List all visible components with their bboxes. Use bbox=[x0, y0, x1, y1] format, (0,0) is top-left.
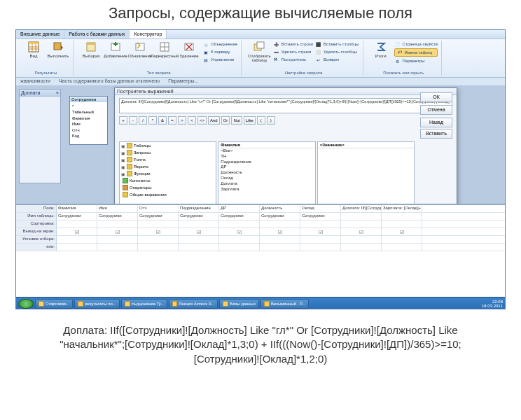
list-item[interactable]: Зарплата bbox=[218, 187, 314, 192]
grid-cell[interactable]: Фамилия bbox=[57, 205, 97, 212]
cancel-button[interactable]: Отмена bbox=[420, 105, 452, 115]
grid-cell[interactable]: Сотрудники bbox=[300, 213, 341, 220]
insert-cols-item[interactable]: ⬛Вставить столбцы bbox=[315, 41, 359, 48]
op-div[interactable]: / bbox=[139, 116, 147, 125]
op-and[interactable]: And bbox=[208, 116, 220, 125]
field-all[interactable]: * bbox=[72, 104, 105, 109]
windows-taskbar: Стартовая... результаты по... съдържание… bbox=[16, 297, 505, 309]
grid-cell[interactable]: ДР bbox=[219, 205, 260, 212]
op-not[interactable]: Not bbox=[231, 116, 242, 125]
grid-cell[interactable]: Сотрудники bbox=[219, 213, 260, 220]
field-tn[interactable]: Табельный bbox=[72, 109, 105, 115]
list-item[interactable]: ТН bbox=[218, 154, 314, 160]
values-list[interactable]: <Значение> bbox=[317, 141, 415, 206]
insert-button[interactable]: Вставить bbox=[420, 129, 452, 139]
undo-button[interactable]: Назад bbox=[420, 118, 452, 127]
field-patr[interactable]: Отч bbox=[72, 127, 105, 133]
update-query-button[interactable]: Обновление bbox=[129, 41, 151, 63]
taskbar-item[interactable]: Стартовая... bbox=[35, 299, 73, 309]
grid-cell[interactable]: Сотрудники bbox=[97, 213, 138, 220]
op-plus[interactable]: + bbox=[119, 116, 127, 125]
list-item[interactable]: Доплата bbox=[218, 181, 314, 187]
list-item[interactable]: Подразделение bbox=[218, 160, 314, 165]
grid-cell[interactable]: Доплата: IIf([Сотрудники]![Должность] bbox=[341, 205, 382, 212]
taskbar-item[interactable]: результаты по... bbox=[74, 299, 119, 309]
grid-cell[interactable]: Сотрудники bbox=[179, 213, 219, 220]
op-ne[interactable]: <> bbox=[197, 116, 207, 125]
delete-cols-item[interactable]: ⬜Удалить столбцы bbox=[315, 48, 359, 55]
grid-cell[interactable]: Сотрудники bbox=[138, 213, 179, 220]
grid-cell[interactable]: Сотрудники bbox=[260, 213, 300, 220]
nav-pane[interactable]: Доплата « bbox=[19, 89, 61, 183]
grid-cell[interactable]: Имя bbox=[97, 205, 138, 212]
op-eq[interactable]: = bbox=[168, 116, 176, 125]
grid-cell[interactable]: Сотрудники bbox=[57, 213, 97, 220]
op-rparen[interactable]: ) bbox=[267, 116, 275, 125]
append-query-button[interactable]: Добавление bbox=[104, 41, 127, 63]
op-like[interactable]: Like bbox=[244, 116, 256, 125]
taskbar-item[interactable]: съдържание Гу... bbox=[121, 299, 167, 309]
field-code[interactable]: Код bbox=[72, 133, 105, 139]
ok-button[interactable]: ОК bbox=[420, 92, 452, 102]
builder-item[interactable]: 🛠Построитель bbox=[272, 56, 313, 63]
list-item[interactable]: ДР bbox=[218, 164, 314, 170]
fields-list[interactable]: Фамилия <Все> ТН Подразделение ДР Должно… bbox=[218, 141, 315, 206]
datadef-query-item[interactable]: ▤Управление bbox=[202, 56, 237, 63]
op-lt[interactable]: < bbox=[188, 116, 196, 125]
msgbar-dep[interactable]: жависимости bbox=[16, 78, 55, 85]
start-button[interactable] bbox=[18, 299, 34, 309]
field-lastname[interactable]: Фамилия bbox=[72, 115, 105, 121]
list-item[interactable]: Должность bbox=[218, 170, 314, 176]
collapse-icon[interactable]: « bbox=[56, 90, 59, 95]
return-item[interactable]: ↩Возврат bbox=[315, 56, 359, 63]
property-sheet-item[interactable]: 📄Страница свойств bbox=[394, 41, 438, 48]
system-tray[interactable]: 22:08 18.03.2011 bbox=[482, 300, 503, 308]
group-showhide-label: Показать или скрыть bbox=[370, 71, 438, 76]
list-item[interactable]: Оклад bbox=[218, 176, 314, 181]
delete-rows-item[interactable]: ➖Удалить строки bbox=[272, 48, 313, 55]
grid-cell[interactable]: Отч bbox=[138, 205, 179, 212]
insert-rows-item[interactable]: ➕Вставить строки bbox=[272, 41, 313, 48]
op-lparen[interactable]: ( bbox=[257, 116, 265, 125]
folder-icon bbox=[127, 143, 132, 148]
crosstab-query-button[interactable]: Перекрестный bbox=[153, 41, 176, 63]
expression-textarea[interactable]: Доплата: IIf([Сотрудники]![Должность] Li… bbox=[119, 98, 452, 113]
ribbon-tab-design[interactable]: Конструктор bbox=[130, 30, 167, 38]
delete-query-button[interactable]: Удаление bbox=[178, 41, 200, 63]
grid-cell[interactable] bbox=[341, 213, 382, 220]
grid-cell[interactable]: Подразделение bbox=[179, 205, 219, 212]
ribbon-tab-external[interactable]: Внешние данные bbox=[16, 30, 64, 38]
ribbon-tab-dbtools[interactable]: Работа с базами данных bbox=[64, 30, 130, 38]
table-names-item[interactable]: 🏷Имена таблиц bbox=[394, 48, 438, 57]
field-firstname[interactable]: Имя bbox=[72, 121, 105, 127]
taskbar-item[interactable]: Лекция Access 0... bbox=[169, 299, 218, 309]
grid-cell[interactable]: Оклад bbox=[300, 205, 341, 212]
passthrough-query-item[interactable]: ▣К серверу bbox=[202, 48, 237, 55]
totals-button[interactable]: Итоги bbox=[370, 41, 392, 64]
field-list-employees[interactable]: Сотрудники * Табельный Фамилия Имя Отч К… bbox=[69, 96, 108, 145]
run-button[interactable]: Выполнить bbox=[47, 41, 69, 58]
show-table-button[interactable]: Отобразить таблицу bbox=[248, 41, 270, 63]
list-item[interactable]: <Все> bbox=[218, 148, 314, 154]
app-icon bbox=[264, 301, 270, 307]
grid-cell[interactable] bbox=[57, 220, 97, 227]
grid-cell[interactable] bbox=[382, 213, 422, 220]
qbe-grid[interactable]: Поле: Фамилия Имя Отч Подразделение ДР Д… bbox=[16, 204, 505, 302]
grid-cell[interactable]: Зарплата: [Оклад]+ bbox=[382, 205, 422, 212]
grid-cell[interactable]: Должность bbox=[260, 205, 300, 212]
taskbar-item[interactable]: Базы данных bbox=[219, 299, 259, 309]
category-tree[interactable]: ▣Таблицы ▣Запросы ▣Forms ▣Reports ▣Функц… bbox=[119, 141, 216, 206]
msgbar-params[interactable]: Параметры... bbox=[164, 78, 202, 85]
op-or[interactable]: Or bbox=[221, 116, 230, 125]
op-mul[interactable]: * bbox=[148, 116, 157, 125]
op-amp[interactable]: & bbox=[158, 116, 167, 125]
op-minus[interactable]: - bbox=[129, 116, 137, 125]
taskbar-item[interactable]: Безымянный - P... bbox=[260, 299, 309, 309]
op-gt[interactable]: > bbox=[178, 116, 186, 125]
show-checkbox[interactable]: ☑ bbox=[57, 228, 97, 235]
view-button[interactable]: Вид bbox=[22, 41, 45, 58]
union-query-item[interactable]: ◇Объединение bbox=[202, 41, 237, 48]
select-query-button[interactable]: Выборка bbox=[80, 41, 102, 63]
svg-rect-6 bbox=[54, 43, 61, 50]
parameters-item[interactable]: ⚙Параметры bbox=[394, 57, 438, 64]
